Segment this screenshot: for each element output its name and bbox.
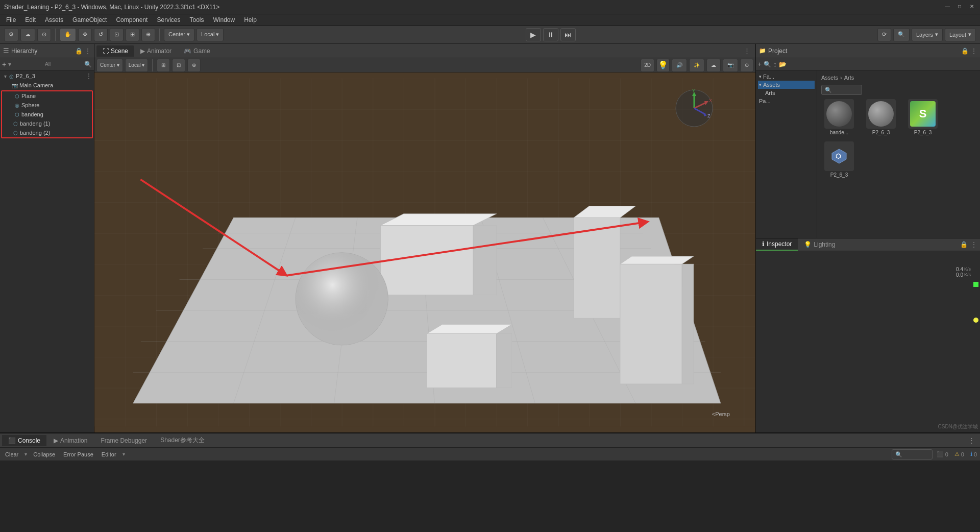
toolbar-gear-btn[interactable]: ⊙ [37, 28, 51, 41]
tab-inspector[interactable]: ℹ Inspector [756, 238, 798, 251]
layout-dropdown[interactable]: Layout ▾ [945, 28, 976, 41]
search-btn[interactable]: 🔍 [893, 28, 910, 41]
scene-skybox-btn[interactable]: ☁ [706, 59, 721, 72]
scene-center-btn[interactable]: Center ▾ [96, 59, 123, 72]
tool-hand[interactable]: ✋ [60, 28, 76, 41]
maximize-button[interactable]: □ [955, 2, 964, 10]
warning-icon: ⚠ [954, 451, 960, 457]
collapse-button[interactable]: Collapse [31, 450, 57, 458]
tool-rotate[interactable]: ↺ [94, 28, 108, 41]
hierarchy-panel: ☰ Hierarchy 🔒 ⋮ + ▾ All 🔍 ▾ ◎ P2_6_3 ⋮ 📷… [0, 44, 94, 432]
project-add-btn[interactable]: + [758, 61, 762, 68]
clear-button[interactable]: Clear [3, 450, 20, 458]
tool-scale[interactable]: ⊡ [110, 28, 124, 41]
hierarchy-lock-btn[interactable]: 🔒 [75, 47, 83, 55]
tree-item-assets[interactable]: ▾ Assets [758, 81, 815, 89]
breadcrumb-assets[interactable]: Assets [821, 75, 838, 81]
menu-window[interactable]: Window [209, 15, 239, 25]
hierarchy-search-btn[interactable]: 🔍 [84, 61, 92, 68]
project-refresh-btn[interactable]: ↕ [773, 60, 777, 68]
console-tab-framedebugger[interactable]: Frame Debugger [94, 435, 153, 446]
tool-transform[interactable]: ⊕ [141, 28, 155, 41]
tree-item-favorites[interactable]: ▾ Fa... [758, 72, 815, 81]
svg-text:Z: Z [707, 113, 710, 118]
menu-tools[interactable]: Tools [185, 15, 208, 25]
editor-dropdown-btn[interactable]: ▾ [122, 451, 125, 457]
layers-dropdown[interactable]: Layers ▾ [912, 28, 943, 41]
hierarchy-item-sphere[interactable]: ◎ Sphere [2, 101, 92, 110]
scene-viewport[interactable]: ✋ ✥ ↺ ⊡ ⊞ ⊕ [94, 72, 755, 432]
asset-item-shader[interactable]: S P2_6_3 [905, 99, 941, 135]
menu-component[interactable]: Component [112, 15, 152, 25]
history-btn[interactable]: ⟳ [877, 28, 891, 41]
console-tab-shaderref[interactable]: Shader参考大全 [154, 434, 211, 447]
minimize-button[interactable]: — [943, 2, 951, 10]
console-more-btn[interactable]: ⋮ [968, 437, 975, 444]
scene-more-btn[interactable]: ⋮ [86, 72, 92, 80]
scene-2d-btn[interactable]: 2D [641, 59, 654, 72]
hierarchy-more-btn[interactable]: ⋮ [85, 47, 91, 55]
scene-more-options[interactable]: ⋮ [744, 47, 750, 55]
menu-gameobject[interactable]: GameObject [68, 15, 111, 25]
menu-assets[interactable]: Assets [41, 15, 67, 25]
editor-button[interactable]: Editor [100, 450, 118, 458]
asset-shader-icon: S [908, 99, 938, 129]
toolbar-settings-btn[interactable]: ⚙ [4, 28, 18, 41]
menu-file[interactable]: File [2, 15, 20, 25]
hierarchy-item-bandeng2[interactable]: ⬡ bandeng (2) [2, 128, 92, 137]
tab-lighting[interactable]: 💡 Lighting [798, 238, 841, 251]
project-lock-btn[interactable]: 🔒 [961, 47, 969, 55]
inspector-lock-btn[interactable]: 🔒 [960, 241, 968, 248]
scene-grid-btn[interactable]: ⊞ [157, 59, 170, 72]
asset-item-prefab[interactable]: ⬡ P2_6_3 [821, 141, 857, 178]
hierarchy-item-plane[interactable]: ⬡ Plane [2, 91, 92, 101]
console-search-input[interactable] [892, 449, 933, 460]
transform-local-btn[interactable]: Local ▾ [197, 28, 224, 41]
tool-rect[interactable]: ⊞ [126, 28, 139, 41]
close-button[interactable]: ✕ [968, 2, 976, 10]
menu-services[interactable]: Services [153, 15, 184, 25]
scene-fx-btn[interactable]: ✨ [689, 59, 704, 72]
toolbar-cloud-btn[interactable]: ☁ [20, 28, 35, 41]
clear-dropdown-btn[interactable]: ▾ [24, 451, 27, 457]
inspector-more-btn[interactable]: ⋮ [971, 241, 977, 248]
asset-item-material[interactable]: bande... [821, 99, 857, 135]
menu-edit[interactable]: Edit [21, 15, 40, 25]
asset-item-scene[interactable]: P2_6_3 [863, 99, 899, 135]
speed-row-2: 0.0 K/s [956, 272, 971, 278]
tool-move[interactable]: ✥ [78, 28, 92, 41]
inspector-controls: 🔒 ⋮ [960, 238, 980, 251]
console-tab-animation[interactable]: ▶ Animation [47, 435, 93, 446]
hierarchy-item-bandeng1[interactable]: ⬡ bandeng (1) [2, 119, 92, 128]
project-more-btn[interactable]: ⋮ [971, 47, 977, 55]
scene-camera-btn[interactable]: 📷 [723, 59, 738, 72]
project-folder-btn[interactable]: 📂 [779, 61, 787, 68]
tab-game[interactable]: 🎮 Game [178, 45, 216, 57]
play-button[interactable]: ▶ [526, 28, 541, 41]
transform-center-btn[interactable]: Center ▾ [164, 28, 194, 41]
error-pause-button[interactable]: Error Pause [61, 450, 95, 458]
console-tab-console[interactable]: ⬛ Console [2, 435, 46, 446]
pause-button[interactable]: ⏸ [543, 28, 558, 41]
hierarchy-item-bandeng[interactable]: ⬡ bandeng [2, 110, 92, 119]
scene-wireframe-btn[interactable]: ⊡ [172, 59, 185, 72]
tree-item-arts[interactable]: Arts [758, 89, 815, 97]
hierarchy-item-camera[interactable]: 📷 Main Camera [0, 81, 94, 90]
scene-gizmo-btn[interactable]: ⊙ [740, 59, 753, 72]
project-search-btn[interactable]: 🔍 [764, 61, 771, 68]
svg-text:X: X [709, 98, 712, 103]
tab-animator[interactable]: ▶ Animator [134, 45, 178, 57]
menu-help[interactable]: Help [240, 15, 261, 25]
scene-snap-btn[interactable]: ⊕ [187, 59, 201, 72]
tab-scene[interactable]: ⛶ Scene [96, 45, 134, 57]
breadcrumb-arts[interactable]: Arts [844, 75, 854, 81]
tree-item-pa[interactable]: Pa... [758, 97, 815, 105]
scene-audio-btn[interactable]: 🔊 [672, 59, 687, 72]
hierarchy-add-btn[interactable]: + [2, 60, 6, 68]
hierarchy-item-scene[interactable]: ▾ ◎ P2_6_3 ⋮ [0, 71, 94, 81]
scene-local-btn[interactable]: Local ▾ [125, 59, 149, 72]
project-search-input[interactable] [821, 85, 862, 95]
hierarchy-dropdown-btn[interactable]: ▾ [8, 61, 11, 68]
scene-light-btn[interactable]: 💡 [656, 59, 670, 72]
step-button[interactable]: ⏭ [560, 28, 576, 41]
